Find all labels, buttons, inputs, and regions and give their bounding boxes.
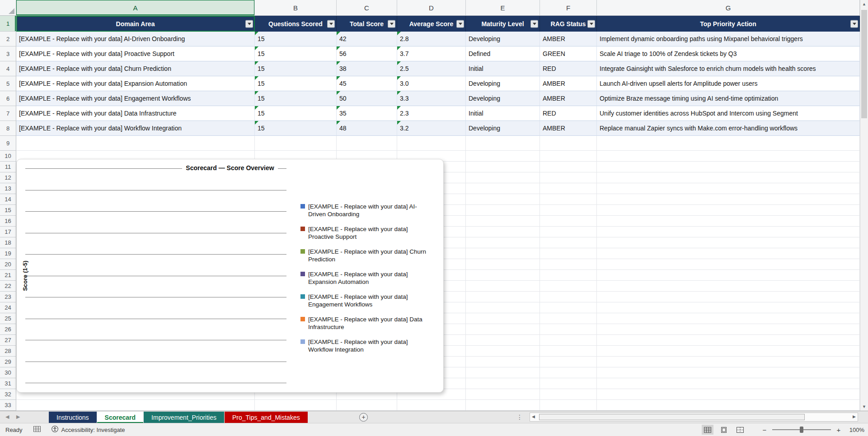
scorecard-chart[interactable]: Scorecard — Score Overview Score (1-5) [… <box>16 159 444 393</box>
column-header-D[interactable]: D <box>397 0 466 16</box>
cell-A4[interactable]: [EXAMPLE - Replace with your data] Churn… <box>16 61 255 76</box>
cell-A3[interactable]: [EXAMPLE - Replace with your data] Proac… <box>16 46 255 61</box>
vertical-scrollbar-thumb[interactable] <box>861 10 867 118</box>
row-header-18[interactable]: 18 <box>0 237 16 248</box>
cell-E3[interactable]: Defined <box>466 46 540 61</box>
vertical-scrollbar[interactable]: ▲ ▼ <box>860 0 868 411</box>
table-header-maturity-level[interactable]: Maturity Level <box>466 16 540 32</box>
row-header-1[interactable]: 1 <box>0 16 16 32</box>
table-header-total-score[interactable]: Total Score <box>337 16 397 32</box>
table-header-top-priority-action[interactable]: Top Priority Action <box>597 16 860 32</box>
cell-F3[interactable]: GREEN <box>540 46 597 61</box>
row-header-26[interactable]: 26 <box>0 324 16 335</box>
cell-G8[interactable]: Replace manual Zapier syncs with Make.co… <box>597 121 860 136</box>
cell-B6[interactable]: 15 <box>255 91 337 106</box>
cell-F7[interactable]: RED <box>540 106 597 121</box>
cell-F8[interactable]: AMBER <box>540 121 597 136</box>
cell-D2[interactable]: 2.8 <box>397 32 466 46</box>
cell-E2[interactable]: Developing <box>466 32 540 46</box>
table-header-domain-area[interactable]: Domain Area <box>16 16 255 32</box>
sheet-tab-scorecard[interactable]: Scorecard <box>97 412 143 423</box>
row-header-7[interactable]: 7 <box>0 106 16 121</box>
row-header-33[interactable]: 33 <box>0 400 16 411</box>
legend-item[interactable]: [EXAMPLE - Replace with your data] AI-Dr… <box>300 203 432 218</box>
tab-options-icon[interactable]: ⋮ <box>516 413 523 421</box>
cell-B4[interactable]: 15 <box>255 61 337 76</box>
cell-G2[interactable]: Implement dynamic onboarding paths using… <box>597 32 860 46</box>
accessibility-status-label[interactable]: Accessibility: Investigate <box>61 427 125 433</box>
legend-item[interactable]: [EXAMPLE - Replace with your data] Expan… <box>300 270 432 286</box>
cell-A5[interactable]: [EXAMPLE - Replace with your data] Expan… <box>16 76 255 91</box>
zoom-slider-thumb[interactable] <box>800 427 803 433</box>
cell-E6[interactable]: Developing <box>466 91 540 106</box>
sheet-tab-instructions[interactable]: Instructions <box>49 412 97 423</box>
cell-G3[interactable]: Scale AI triage to 100% of Zendesk ticke… <box>597 46 860 61</box>
column-header-C[interactable]: C <box>337 0 397 16</box>
filter-button[interactable] <box>388 20 395 28</box>
row-header-31[interactable]: 31 <box>0 378 16 389</box>
cell-E4[interactable]: Initial <box>466 61 540 76</box>
select-all-button[interactable] <box>0 0 16 16</box>
sheet-tab-improvement-priorities[interactable]: Improvement_Priorities <box>144 412 224 423</box>
zoom-slider[interactable] <box>772 427 831 433</box>
table-header-questions-scored[interactable]: Questions Scored <box>255 16 337 32</box>
cell-G5[interactable]: Launch AI-driven upsell alerts for Ampli… <box>597 76 860 91</box>
cell-B8[interactable]: 15 <box>255 121 337 136</box>
cell-B2[interactable]: 15 <box>255 32 337 46</box>
filter-button[interactable] <box>850 20 858 28</box>
scroll-down-icon[interactable]: ▼ <box>860 404 868 409</box>
table-header-rag-status[interactable]: RAG Status <box>540 16 597 32</box>
cell-F5[interactable]: AMBER <box>540 76 597 91</box>
cell-C4[interactable]: 38 <box>337 61 397 76</box>
row-header-13[interactable]: 13 <box>0 183 16 194</box>
column-header-F[interactable]: F <box>540 0 597 16</box>
row-header-28[interactable]: 28 <box>0 346 16 357</box>
tab-nav-prev-icon[interactable]: ◀ <box>5 414 9 420</box>
cell-A2[interactable]: [EXAMPLE - Replace with your data] AI-Dr… <box>16 32 255 46</box>
cell-D5[interactable]: 3.0 <box>397 76 466 91</box>
row-header-16[interactable]: 16 <box>0 216 16 227</box>
scroll-left-icon[interactable]: ◀ <box>532 414 535 419</box>
cell-A8[interactable]: [EXAMPLE - Replace with your data] Workf… <box>16 121 255 136</box>
legend-item[interactable]: [EXAMPLE - Replace with your data] Proac… <box>300 225 432 241</box>
filter-button[interactable] <box>530 20 538 28</box>
row-header-23[interactable]: 23 <box>0 292 16 302</box>
cell-D7[interactable]: 2.3 <box>397 106 466 121</box>
cell-C5[interactable]: 45 <box>337 76 397 91</box>
row-header-21[interactable]: 21 <box>0 270 16 281</box>
page-layout-view-button[interactable] <box>718 425 730 435</box>
row-header-5[interactable]: 5 <box>0 76 16 91</box>
table-header-average-score[interactable]: Average Score <box>397 16 466 32</box>
cell-D4[interactable]: 2.5 <box>397 61 466 76</box>
cell-C8[interactable]: 48 <box>337 121 397 136</box>
row-header-10[interactable]: 10 <box>0 151 16 162</box>
row-header-24[interactable]: 24 <box>0 302 16 313</box>
filter-button[interactable] <box>327 20 335 28</box>
row-header-4[interactable]: 4 <box>0 61 16 76</box>
legend-item[interactable]: [EXAMPLE - Replace with your data] Workf… <box>300 338 432 353</box>
cell-A6[interactable]: [EXAMPLE - Replace with your data] Engag… <box>16 91 255 106</box>
row-header-30[interactable]: 30 <box>0 367 16 378</box>
cell-G6[interactable]: Optimize Braze message timing using AI s… <box>597 91 860 106</box>
zoom-level[interactable]: 100% <box>846 427 864 433</box>
cell-B3[interactable]: 15 <box>255 46 337 61</box>
filter-button[interactable] <box>245 20 253 28</box>
row-header-14[interactable]: 14 <box>0 194 16 205</box>
cell-B5[interactable]: 15 <box>255 76 337 91</box>
cell-D6[interactable]: 3.3 <box>397 91 466 106</box>
cell-G4[interactable]: Integrate Gainsight with Salesforce to e… <box>597 61 860 76</box>
cell-E7[interactable]: Initial <box>466 106 540 121</box>
row-header-22[interactable]: 22 <box>0 281 16 292</box>
column-header-A[interactable]: A <box>16 0 255 16</box>
cell-B7[interactable]: 15 <box>255 106 337 121</box>
row-header-6[interactable]: 6 <box>0 91 16 106</box>
row-header-11[interactable]: 11 <box>0 162 16 172</box>
row-header-17[interactable]: 17 <box>0 227 16 237</box>
filter-button[interactable] <box>587 20 595 28</box>
cell-G7[interactable]: Unify customer identities across HubSpot… <box>597 106 860 121</box>
legend-item[interactable]: [EXAMPLE - Replace with your data] Engag… <box>300 293 432 308</box>
row-header-3[interactable]: 3 <box>0 46 16 61</box>
macro-record-icon[interactable] <box>33 426 41 433</box>
add-sheet-button[interactable]: + <box>359 413 368 422</box>
row-header-15[interactable]: 15 <box>0 205 16 216</box>
